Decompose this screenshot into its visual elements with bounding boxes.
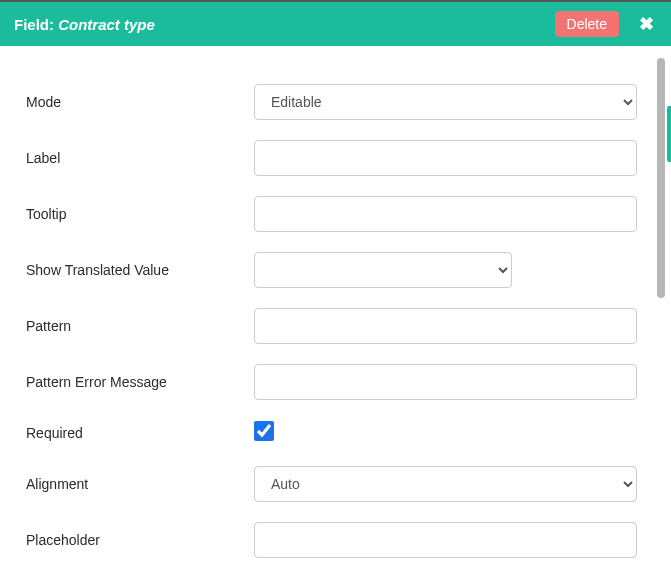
row-placeholder: Placeholder — [26, 512, 637, 568]
close-button[interactable]: ✖ — [635, 13, 657, 35]
delete-button[interactable]: Delete — [555, 11, 619, 37]
row-mode: Mode Editable — [26, 74, 637, 130]
label-input[interactable] — [254, 140, 637, 176]
label-required: Required — [26, 425, 254, 441]
row-pattern-error: Pattern Error Message — [26, 354, 637, 410]
label-placeholder: Placeholder — [26, 532, 254, 548]
alignment-select[interactable]: Auto — [254, 466, 637, 502]
label-mode: Mode — [26, 94, 254, 110]
label-pattern: Pattern — [26, 318, 254, 334]
row-tooltip: Tooltip — [26, 186, 637, 242]
modal-title-value: Contract type — [58, 16, 155, 33]
modal-title: Field: Contract type — [14, 16, 555, 33]
label-pattern-error: Pattern Error Message — [26, 374, 254, 390]
edge-indicator — [667, 106, 671, 162]
placeholder-input[interactable] — [254, 522, 637, 558]
pattern-error-input[interactable] — [254, 364, 637, 400]
show-translated-select[interactable] — [254, 252, 512, 288]
label-label: Label — [26, 150, 254, 166]
row-label: Label — [26, 130, 637, 186]
required-checkbox[interactable] — [254, 421, 274, 441]
modal-body-wrap: Mode Editable Label Tooltip — [0, 46, 671, 571]
label-alignment: Alignment — [26, 476, 254, 492]
row-show-translated: Show Translated Value — [26, 242, 637, 298]
row-required: Required — [26, 410, 637, 456]
tooltip-input[interactable] — [254, 196, 637, 232]
scrollbar-thumb[interactable] — [657, 58, 665, 298]
field-edit-modal: Field: Contract type Delete ✖ Mode Edita… — [0, 2, 671, 571]
close-icon: ✖ — [639, 13, 654, 35]
modal-header: Field: Contract type Delete ✖ — [0, 2, 671, 46]
pattern-input[interactable] — [254, 308, 637, 344]
modal-body: Mode Editable Label Tooltip — [0, 46, 671, 571]
row-alignment: Alignment Auto — [26, 456, 637, 512]
mode-select[interactable]: Editable — [254, 84, 637, 120]
modal-title-prefix: Field: — [14, 16, 58, 33]
label-tooltip: Tooltip — [26, 206, 254, 222]
row-pattern: Pattern — [26, 298, 637, 354]
label-show-translated: Show Translated Value — [26, 262, 254, 278]
